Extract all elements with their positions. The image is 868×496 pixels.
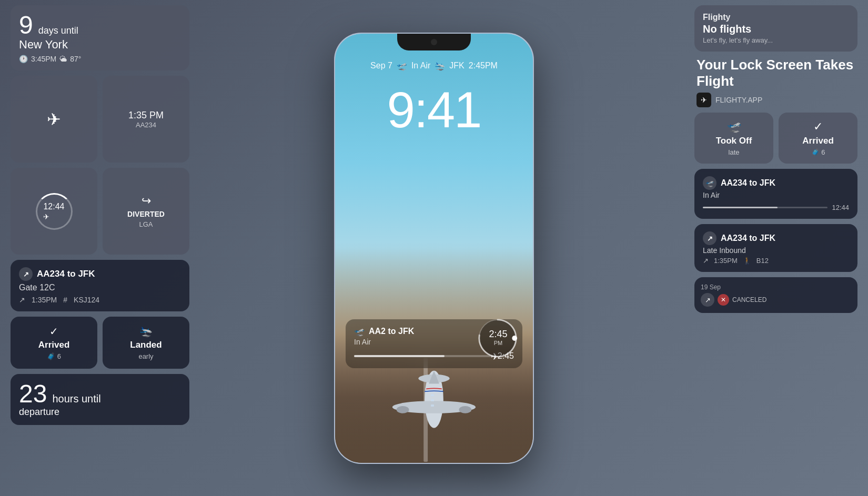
plane-widget[interactable]: ✈ xyxy=(11,76,97,163)
diverted-icon: ↪ xyxy=(142,194,151,208)
phone-frame: Sep 7 🛫 In Air 🛬 JFK 2:45PM 9:41 🛫 AA2 t… xyxy=(334,33,534,464)
airplane-icon: ✈ xyxy=(47,109,61,129)
cancelled-badge: ✕ xyxy=(718,294,729,306)
lock-screen-header: Sep 7 🛫 In Air 🛬 JFK 2:45PM xyxy=(335,61,533,71)
flight1-route: AA234 to JFK xyxy=(721,178,775,188)
departure-time: 3:45PM xyxy=(31,55,56,63)
lock-flight-icon: 🛫 xyxy=(397,61,407,71)
arrived-label: Arrived xyxy=(38,340,70,350)
took-off-label: Took Off xyxy=(716,136,752,146)
flight1-progress-bar xyxy=(703,207,827,208)
flight-departure: 1:35PM xyxy=(32,296,57,304)
booking-ref: KSJ124 xyxy=(74,296,99,304)
circle-time-text: 2:45 PM xyxy=(489,328,507,346)
flight2-departure: 1:35PM xyxy=(714,257,738,265)
cancelled-icon-row: ↗ ✕ CANCELED xyxy=(701,293,851,307)
flighty-widget[interactable]: Flighty No flights Let's fly, let's fly … xyxy=(694,5,857,52)
cancelled-flight-icon: ↗ xyxy=(701,293,714,307)
landed-label: Landed xyxy=(130,340,162,350)
flight2-gate-icon: 🚶 xyxy=(743,257,751,265)
flight-widget-1-right[interactable]: 🛫 AA234 to JFK In Air 12:44 xyxy=(694,169,857,219)
flighty-app-name: Flighty xyxy=(703,13,849,22)
flight-number: AA234 xyxy=(136,121,156,129)
departure-icon: ↗ xyxy=(19,296,25,304)
circle-pm: PM xyxy=(489,339,507,346)
left-panel: 9 days until New York 🕐 3:45PM 🌥 87° ✈ 1… xyxy=(11,0,189,496)
small-widget-row-2: 12:44 ✈ ↪ DIVERTED LGA xyxy=(11,168,189,255)
flight-widget-2-right[interactable]: ↗ AA234 to JFK Late Inbound ↗ 1:35PM 🚶 B… xyxy=(694,224,857,272)
days-number: 9 xyxy=(19,13,33,38)
flight2-status: Late Inbound xyxy=(703,246,849,255)
svg-rect-7 xyxy=(431,394,434,396)
phone-notch xyxy=(397,34,471,50)
takeoff-icon: 🛫 xyxy=(727,120,741,134)
bag-icon-right: 🧳 xyxy=(811,148,820,156)
flight-time: 1:35 PM xyxy=(128,110,164,121)
flighty-tagline: Let's fly, let's fly away... xyxy=(703,36,849,44)
status-widget-row: 🛫 Took Off late ✓ Arrived 🧳 6 xyxy=(694,113,857,164)
hours-number: 23 xyxy=(19,381,47,407)
promo-app-row: ✈ FLIGHTY.APP xyxy=(697,93,855,107)
checkmark-icon: ✓ xyxy=(49,325,58,338)
bags-info: 🧳 6 xyxy=(47,352,61,360)
bag-count-right: 6 xyxy=(821,148,825,156)
flight2-gate: B12 xyxy=(756,257,769,265)
app-url: FLIGHTY.APP xyxy=(715,96,762,104)
landed-sub: early xyxy=(138,352,153,360)
svg-point-11 xyxy=(512,336,517,341)
progress-bar: ✈ xyxy=(354,355,493,357)
card-flight-icon: 🛫 xyxy=(354,327,365,337)
flight-route: AA234 to JFK xyxy=(37,269,95,279)
clock-ring: 12:44 ✈ xyxy=(36,193,73,230)
took-off-sub: late xyxy=(729,148,740,156)
no-flights-label: No flights xyxy=(703,23,849,35)
days-label: days until xyxy=(38,25,78,36)
circle-hour: 2:45 xyxy=(489,328,507,339)
flight2-depart-icon: ↗ xyxy=(703,257,709,265)
city-name: New York xyxy=(19,38,181,52)
flight-medium-widget[interactable]: ↗ AA234 to JFK Gate 12C ↗ 1:35PM # KSJ12… xyxy=(11,260,189,311)
arrived-bags-right: 🧳 6 xyxy=(811,148,825,156)
lock-time: 9:41 xyxy=(335,81,533,139)
small-widget-row-1: ✈ 1:35 PM AA234 xyxy=(11,76,189,163)
clock-time: 12:44 xyxy=(43,202,64,211)
cancelled-date: 19 Sep xyxy=(701,284,851,291)
arrived-label-right: Arrived xyxy=(802,136,834,146)
arrived-widget-left[interactable]: ✓ Arrived 🧳 6 xyxy=(11,317,97,369)
temperature: 87° xyxy=(70,55,81,63)
bag-icon: 🧳 xyxy=(47,352,55,360)
days-until-widget[interactable]: 9 days until New York 🕐 3:45PM 🌥 87° xyxy=(11,5,189,70)
flight1-arrival-time: 12:44 xyxy=(832,204,849,211)
lock-destination-icon: 🛬 xyxy=(435,61,445,71)
flight1-status: In Air xyxy=(703,191,849,199)
lock-arrival: 2:45PM xyxy=(469,61,498,70)
clock-plane-icon: ✈ xyxy=(43,212,64,221)
arrived-widget-right[interactable]: ✓ Arrived 🧳 6 xyxy=(779,113,857,164)
cancelled-widget[interactable]: 19 Sep ↗ ✕ CANCELED xyxy=(694,277,857,313)
bag-count: 6 xyxy=(57,352,61,360)
flight1-progress-fill xyxy=(703,207,778,208)
camera-dot xyxy=(431,39,437,45)
cancelled-label: CANCELED xyxy=(732,296,766,303)
promo-section: Your Lock Screen Takes Flight ✈ FLIGHTY.… xyxy=(694,57,857,107)
hours-widget[interactable]: 23 hours until departure xyxy=(11,374,189,425)
flight2-info: ↗ 1:35PM 🚶 B12 xyxy=(703,257,849,265)
flight-route-icon: ↗ xyxy=(19,267,33,281)
flight-time-widget[interactable]: 1:35 PM AA234 xyxy=(103,76,189,163)
clock-widget[interactable]: 12:44 ✈ xyxy=(11,168,97,255)
arrived-checkmark-icon: ✓ xyxy=(813,120,823,134)
card-flight: AA2 to JFK xyxy=(369,327,414,336)
diverted-widget[interactable]: ↪ DIVERTED LGA xyxy=(103,168,189,255)
circle-time-widget: 2:45 PM xyxy=(477,317,520,360)
landing-icon: 🛬 xyxy=(139,325,153,338)
hours-sub: departure xyxy=(19,407,181,418)
phone-screen: Sep 7 🛫 In Air 🛬 JFK 2:45PM 9:41 🛫 AA2 t… xyxy=(335,34,533,463)
took-off-widget[interactable]: 🛫 Took Off late xyxy=(694,113,773,164)
svg-point-5 xyxy=(397,406,409,413)
lock-status: In Air xyxy=(411,61,430,70)
diverted-label: DIVERTED xyxy=(127,210,165,218)
landed-widget[interactable]: 🛬 Landed early xyxy=(103,317,189,369)
svg-rect-8 xyxy=(431,399,434,401)
flight2-route: AA234 to JFK xyxy=(721,234,775,243)
svg-point-6 xyxy=(459,406,471,413)
